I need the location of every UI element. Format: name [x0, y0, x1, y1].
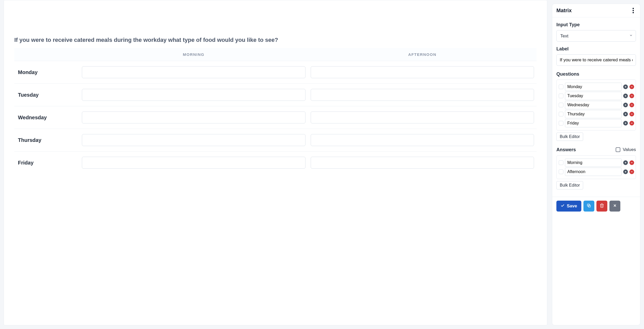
matrix-cell-input[interactable]: [82, 66, 305, 78]
drag-handle[interactable]: [559, 160, 563, 165]
matrix-row-header: Friday: [14, 152, 79, 174]
add-row-button[interactable]: [623, 94, 628, 98]
label-field-label: Label: [556, 46, 636, 52]
question-item-input[interactable]: [565, 119, 622, 127]
matrix-row-header: Wednesday: [14, 106, 79, 129]
list-item: [559, 92, 634, 100]
matrix-cell-input[interactable]: [82, 134, 305, 146]
matrix-cell-input[interactable]: [311, 157, 534, 169]
questions-list: [556, 80, 636, 130]
matrix-col-header: Morning: [79, 48, 308, 61]
drag-handle[interactable]: [559, 121, 563, 126]
add-row-button[interactable]: [623, 160, 628, 165]
matrix-cell-input[interactable]: [311, 66, 534, 78]
list-item: [559, 101, 634, 109]
values-toggle[interactable]: Values: [615, 147, 636, 153]
label-input[interactable]: [556, 54, 636, 66]
answers-list: [556, 155, 636, 179]
question-item-input[interactable]: [565, 110, 622, 118]
question-item-input[interactable]: [565, 83, 622, 91]
drag-handle[interactable]: [559, 112, 563, 116]
copy-icon: [587, 203, 591, 209]
duplicate-button[interactable]: [583, 201, 594, 212]
panel-title: Matrix: [556, 8, 572, 14]
answer-item-input[interactable]: [565, 168, 622, 176]
drag-handle[interactable]: [559, 103, 563, 107]
remove-row-button[interactable]: [629, 84, 634, 89]
matrix-row-header: Tuesday: [14, 84, 79, 106]
trash-icon: [600, 203, 604, 209]
answer-item-input[interactable]: [565, 159, 622, 167]
save-button[interactable]: Save: [556, 201, 581, 212]
bulk-editor-questions-button[interactable]: Bulk Editor: [556, 133, 583, 141]
settings-panel: Matrix Input Type Text Label Questions B…: [552, 4, 640, 325]
drag-handle[interactable]: [559, 169, 563, 174]
matrix-cell-input[interactable]: [311, 111, 534, 123]
answers-label: Answers Values: [556, 147, 636, 153]
values-checkbox[interactable]: [616, 147, 620, 152]
remove-row-button[interactable]: [629, 94, 634, 98]
add-row-button[interactable]: [623, 84, 628, 89]
matrix-cell-input[interactable]: [311, 134, 534, 146]
list-item: [559, 159, 634, 167]
question-item-input[interactable]: [565, 92, 622, 100]
matrix-cell-input[interactable]: [311, 89, 534, 101]
list-item: [559, 83, 634, 91]
matrix-col-header: Afternoon: [308, 48, 537, 61]
close-button[interactable]: [609, 201, 620, 212]
add-row-button[interactable]: [623, 103, 628, 107]
form-canvas: If you were to receive catered meals dur…: [4, 0, 547, 325]
check-icon: [561, 203, 565, 209]
matrix-cell-input[interactable]: [82, 157, 305, 169]
delete-button[interactable]: [596, 201, 607, 212]
add-row-button[interactable]: [623, 169, 628, 174]
list-item: [559, 119, 634, 127]
bulk-editor-answers-button[interactable]: Bulk Editor: [556, 181, 583, 189]
panel-footer: Save: [552, 197, 640, 216]
remove-row-button[interactable]: [629, 112, 634, 116]
drag-handle[interactable]: [559, 94, 563, 98]
remove-row-button[interactable]: [629, 103, 634, 107]
list-item: [559, 110, 634, 118]
input-type-label: Input Type: [556, 22, 636, 28]
input-type-select[interactable]: Text: [556, 30, 636, 42]
list-item: [559, 168, 634, 176]
close-icon: [613, 203, 617, 209]
save-button-label: Save: [567, 203, 577, 209]
question-item-input[interactable]: [565, 101, 622, 109]
matrix-row-header: Monday: [14, 61, 79, 84]
values-label-text: Values: [623, 147, 636, 152]
panel-header: Matrix: [552, 4, 640, 17]
add-row-button[interactable]: [623, 121, 628, 126]
more-menu-button[interactable]: [630, 8, 636, 14]
remove-row-button[interactable]: [629, 169, 634, 174]
matrix-row-header: Thursday: [14, 129, 79, 152]
matrix-cell-input[interactable]: [82, 89, 305, 101]
questions-label: Questions: [556, 71, 636, 77]
matrix-cell-input[interactable]: [82, 111, 305, 123]
question-label: If you were to receive catered meals dur…: [14, 37, 537, 43]
remove-row-button[interactable]: [629, 121, 634, 126]
remove-row-button[interactable]: [629, 160, 634, 165]
matrix-table: Morning Afternoon MondayTuesdayWednesday…: [14, 48, 537, 174]
drag-handle[interactable]: [559, 84, 563, 89]
matrix-corner: [14, 48, 79, 61]
add-row-button[interactable]: [623, 112, 628, 116]
answers-label-text: Answers: [556, 147, 576, 153]
